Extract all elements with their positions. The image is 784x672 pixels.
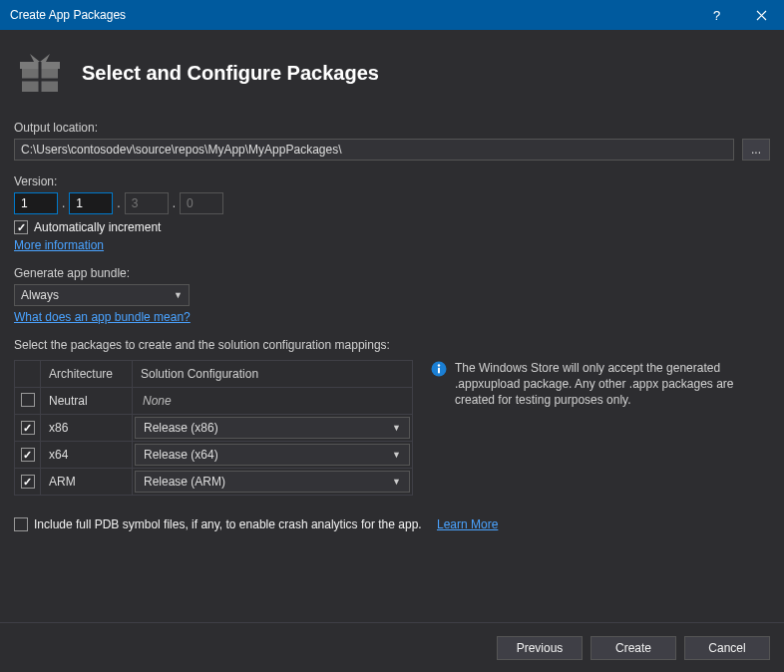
chevron-down-icon: ▼ bbox=[392, 423, 401, 433]
auto-increment-label: Automatically increment bbox=[34, 220, 161, 234]
info-icon bbox=[431, 361, 447, 377]
page-title: Select and Configure Packages bbox=[82, 62, 379, 85]
col-arch: Architecture bbox=[41, 361, 133, 388]
window-title: Create App Packages bbox=[10, 8, 694, 22]
package-checkbox-arm[interactable] bbox=[21, 475, 35, 489]
svg-point-7 bbox=[438, 364, 440, 366]
wizard-header: Select and Configure Packages bbox=[0, 30, 784, 121]
table-row: NeutralNone bbox=[15, 388, 413, 415]
version-build-input bbox=[125, 192, 169, 214]
wizard-footer: Previous Create Cancel bbox=[0, 622, 784, 672]
package-checkbox-x64[interactable] bbox=[21, 448, 35, 462]
arch-cell: x86 bbox=[41, 415, 133, 442]
chevron-down-icon: ▼ bbox=[174, 290, 183, 300]
include-pdb-checkbox[interactable] bbox=[14, 517, 28, 531]
package-icon bbox=[16, 48, 64, 99]
chevron-down-icon: ▼ bbox=[392, 477, 401, 487]
output-location-label: Output location: bbox=[14, 121, 770, 135]
previous-button[interactable]: Previous bbox=[497, 636, 583, 660]
config-none: None bbox=[135, 394, 172, 408]
store-info: The Windows Store will only accept the g… bbox=[431, 360, 770, 409]
svg-rect-8 bbox=[438, 368, 440, 374]
include-pdb-label: Include full PDB symbol files, if any, t… bbox=[34, 517, 422, 531]
cancel-button[interactable]: Cancel bbox=[684, 636, 770, 660]
package-checkbox-x86[interactable] bbox=[21, 421, 35, 435]
create-button[interactable]: Create bbox=[590, 636, 676, 660]
bundle-help-link[interactable]: What does an app bundle mean? bbox=[14, 310, 191, 324]
version-label: Version: bbox=[14, 174, 770, 188]
version-minor-input[interactable] bbox=[69, 192, 113, 214]
config-combo-x64[interactable]: Release (x64)▼ bbox=[135, 444, 410, 466]
more-information-link[interactable]: More information bbox=[14, 238, 104, 252]
arch-cell: Neutral bbox=[41, 388, 133, 415]
config-combo-value: Release (ARM) bbox=[144, 475, 225, 489]
col-conf: Solution Configuration bbox=[133, 361, 413, 388]
browse-button[interactable]: ... bbox=[742, 139, 770, 161]
packages-prompt: Select the packages to create and the so… bbox=[14, 338, 770, 352]
table-row: ARMRelease (ARM)▼ bbox=[15, 469, 413, 496]
packages-table: Architecture Solution Configuration Neut… bbox=[14, 360, 413, 496]
arch-cell: ARM bbox=[41, 469, 133, 496]
bundle-combo[interactable]: Always ▼ bbox=[14, 284, 190, 306]
config-combo-x86[interactable]: Release (x86)▼ bbox=[135, 417, 410, 439]
help-button[interactable]: ? bbox=[694, 0, 739, 30]
close-icon bbox=[756, 10, 767, 21]
arch-cell: x64 bbox=[41, 442, 133, 469]
table-row: x64Release (x64)▼ bbox=[15, 442, 413, 469]
chevron-down-icon: ▼ bbox=[392, 450, 401, 460]
config-combo-arm[interactable]: Release (ARM)▼ bbox=[135, 471, 410, 493]
config-combo-value: Release (x86) bbox=[144, 421, 218, 435]
auto-increment-checkbox[interactable] bbox=[14, 220, 28, 234]
version-revision-input bbox=[180, 192, 223, 214]
pdb-learn-more-link[interactable]: Learn More bbox=[437, 517, 498, 531]
package-checkbox-neutral[interactable] bbox=[21, 393, 35, 407]
col-check bbox=[15, 361, 41, 388]
store-info-text: The Windows Store will only accept the g… bbox=[455, 360, 770, 409]
bundle-label: Generate app bundle: bbox=[14, 266, 770, 280]
close-button[interactable] bbox=[739, 0, 784, 30]
version-major-input[interactable] bbox=[14, 192, 58, 214]
output-location-input[interactable] bbox=[14, 139, 734, 161]
table-row: x86Release (x86)▼ bbox=[15, 415, 413, 442]
bundle-combo-value: Always bbox=[21, 288, 59, 302]
config-combo-value: Release (x64) bbox=[144, 448, 218, 462]
titlebar: Create App Packages ? bbox=[0, 0, 784, 30]
